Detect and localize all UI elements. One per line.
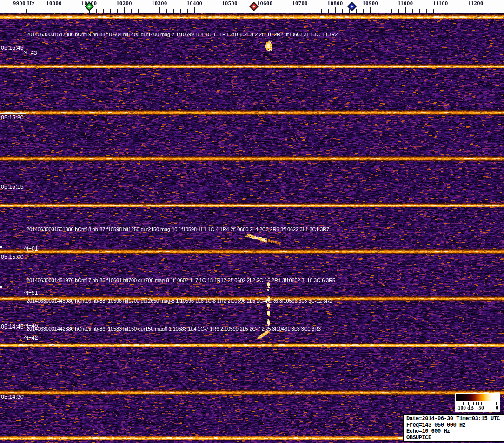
- ruler-tick: [258, 9, 258, 13]
- ruler-tick: [398, 9, 399, 13]
- ruler-tick: [433, 9, 434, 13]
- ruler-label: 10500: [222, 0, 238, 7]
- colorbar-gradient: [456, 394, 499, 401]
- info-station-line: OBSUPICE: [406, 435, 504, 442]
- ruler-tick: [187, 9, 188, 13]
- ruler-tick: [117, 9, 118, 13]
- observation-info-box: Date=2014-06-30 Time=03:15 UTC Freq=143 …: [403, 414, 504, 442]
- ruler-tick: [19, 7, 19, 13]
- ruler-tick: [40, 9, 40, 13]
- ruler-tick: [82, 9, 82, 13]
- ruler-tick: [138, 9, 139, 13]
- ruler-tick: [251, 9, 251, 13]
- ruler-tick: [194, 7, 195, 13]
- ruler-tick: [497, 9, 497, 13]
- ruler-tick: [321, 9, 322, 13]
- ruler-tick: [314, 9, 314, 13]
- ruler-label: 11100: [433, 0, 448, 7]
- ruler-tick: [462, 9, 462, 13]
- ruler-tick: [307, 9, 307, 13]
- ruler-label: 10600: [257, 0, 273, 7]
- ruler-tick: [426, 9, 427, 13]
- ruler-label: 10700: [292, 0, 308, 7]
- ruler-tick: [412, 9, 413, 13]
- ruler-tick: [33, 9, 33, 13]
- ruler-label: 10400: [187, 0, 203, 7]
- ruler-label: 10300: [152, 0, 167, 7]
- ruler-tick: [490, 9, 490, 13]
- ruler-tick: [202, 9, 202, 13]
- ruler-tick: [455, 9, 455, 13]
- ruler-tick: [5, 9, 5, 13]
- ruler-tick: [75, 9, 75, 13]
- ruler-tick: [230, 7, 230, 13]
- ruler-tick: [180, 9, 181, 13]
- ruler-tick: [342, 9, 343, 13]
- ruler-tick: [293, 9, 293, 13]
- ruler-tick: [419, 9, 420, 13]
- ruler-label: 10900: [363, 0, 378, 7]
- colorbar-min-label: -100 dB: [456, 405, 474, 410]
- ruler-tick: [356, 9, 357, 13]
- ruler-tick: [279, 9, 279, 13]
- ruler-label: 11200: [468, 0, 484, 7]
- ruler-tick: [61, 9, 61, 13]
- colorbar-ticks: [456, 402, 499, 405]
- ruler-tick: [363, 9, 364, 13]
- ruler-tick: [68, 9, 68, 13]
- ruler-tick: [286, 9, 286, 13]
- info-date-line: Date=2014-06-30 Time=03:15 UTC: [406, 416, 504, 423]
- ruler-label: 10000: [46, 0, 62, 7]
- marker-dot: [351, 5, 353, 8]
- ruler-tick: [335, 7, 336, 13]
- ruler-tick: [124, 7, 125, 13]
- meteor-spectrogram-display: { "app": {"name": "Radio meteor echo wat…: [0, 0, 504, 443]
- ruler-tick: [12, 9, 12, 13]
- ruler-tick: [476, 7, 476, 13]
- marker-dot: [252, 5, 255, 8]
- ruler-tick: [378, 9, 378, 13]
- ruler-tick: [146, 9, 146, 13]
- ruler-tick: [216, 9, 216, 13]
- ruler-tick: [469, 9, 469, 13]
- info-freq-line: Freq=143 050 000 Hz: [406, 423, 504, 429]
- colorbar-labels: -100 dB -50 0: [455, 405, 500, 412]
- ruler-tick: [47, 9, 47, 13]
- ruler-label: 9900 Hz: [13, 0, 35, 7]
- ruler-tick: [209, 9, 209, 13]
- ruler-tick: [131, 9, 132, 13]
- ruler-tick: [159, 7, 160, 13]
- ruler-tick: [441, 7, 441, 13]
- ruler-tick: [110, 9, 111, 13]
- ruler-tick: [96, 9, 97, 13]
- spectrogram-canvas: [0, 13, 504, 443]
- ruler-label: 10800: [327, 0, 343, 7]
- ruler-tick: [265, 7, 265, 13]
- ruler-label: 10200: [116, 0, 132, 7]
- ruler-tick: [483, 9, 483, 13]
- colorbar-legend: -100 dB -50 0: [455, 393, 500, 412]
- ruler-tick: [153, 9, 153, 13]
- ruler-tick: [328, 9, 329, 13]
- ruler-tick: [173, 9, 174, 13]
- ruler-tick: [391, 9, 392, 13]
- ruler-tick: [237, 9, 237, 13]
- ruler-tick: [244, 9, 244, 13]
- frequency-ruler: 9900 Hz100001010010200103001040010500106…: [0, 0, 504, 13]
- info-echo-line: Echo=10 600 Hz: [406, 429, 504, 435]
- marker-dot: [88, 5, 91, 8]
- colorbar-max-label: 0: [496, 405, 498, 410]
- colorbar-mid-label: -50: [477, 405, 484, 410]
- ruler-label: 11000: [398, 0, 413, 7]
- ruler-tick: [385, 9, 385, 13]
- ruler-tick: [54, 7, 54, 13]
- ruler-tick: [272, 9, 272, 13]
- ruler-tick: [370, 7, 371, 13]
- ruler-tick: [300, 7, 300, 13]
- ruler-tick: [103, 9, 104, 13]
- ruler-tick: [349, 9, 350, 13]
- ruler-tick: [26, 9, 27, 13]
- ruler-tick: [448, 9, 448, 13]
- ruler-tick: [166, 9, 167, 13]
- ruler-tick: [223, 9, 223, 13]
